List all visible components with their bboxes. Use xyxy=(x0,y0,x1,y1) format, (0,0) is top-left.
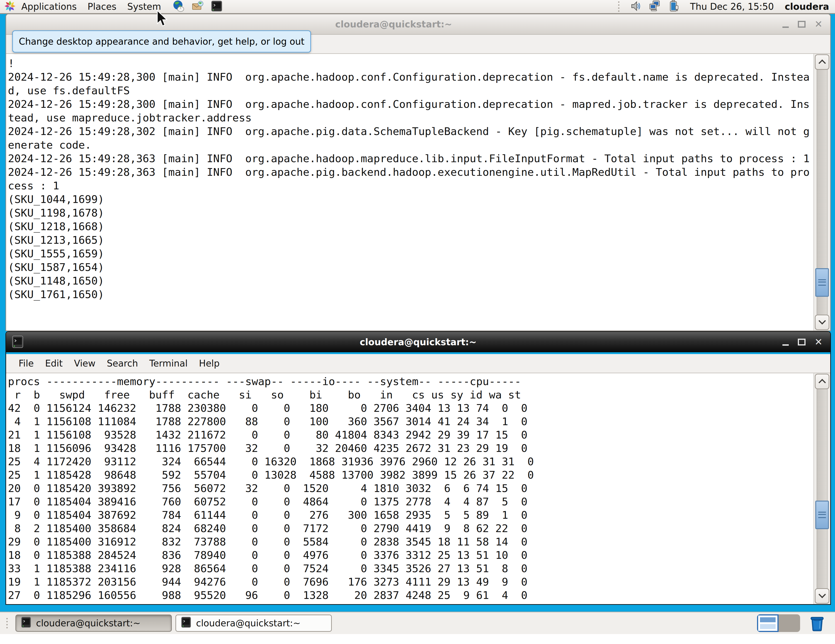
window-title: cloudera@quickstart:~ xyxy=(335,19,452,29)
network-icon[interactable] xyxy=(648,0,661,13)
terminal-line: 27 0 1185296 160556 988 95520 96 0 1328 … xyxy=(8,589,814,602)
menu-applications[interactable]: Applications xyxy=(16,2,82,12)
terminal-output-bottom[interactable]: procs -----------memory---------- ---swa… xyxy=(6,373,814,604)
terminal-window-bottom: cloudera@quickstart:~ ✕ File Edit View S… xyxy=(5,331,831,605)
workspace-window-thumb xyxy=(760,624,776,629)
scrollbar-bottom[interactable] xyxy=(814,373,830,604)
taskbar-button-terminal-1[interactable]: cloudera@quickstart:~ xyxy=(15,615,172,632)
taskbar-button-terminal-2[interactable]: cloudera@quickstart:~ xyxy=(175,615,332,632)
terminal-line: d, use fs.defaultFS xyxy=(8,84,814,97)
close-button[interactable]: ✕ xyxy=(815,19,822,29)
terminal-line: 25 1 1185428 98648 592 55704 0 13028 458… xyxy=(8,468,814,482)
web-browser-icon[interactable] xyxy=(172,0,185,13)
terminal-output-top[interactable]: !2024-12-26 15:49:28,300 [main] INFO org… xyxy=(6,54,814,331)
window-controls: ✕ xyxy=(782,332,822,352)
scrollbar-thumb[interactable] xyxy=(815,501,829,529)
terminal-line: r b swpd free buff cache si so bi bo in … xyxy=(8,388,814,401)
terminal-line: 18 0 1185388 284524 836 78940 0 0 4976 0… xyxy=(8,548,814,562)
terminal-line: 20 0 1185420 393892 756 56072 32 0 1520 … xyxy=(8,482,814,495)
power-icon[interactable] xyxy=(668,0,680,13)
terminal-line: 21 1 1156108 93528 1432 211672 0 0 80 41… xyxy=(8,428,814,441)
terminal-line: 2024-12-26 15:49:28,363 [main] INFO org.… xyxy=(8,165,814,179)
terminal-line: 8 2 1185400 358684 824 68240 0 0 7172 0 … xyxy=(8,522,814,535)
terminal-window-icon xyxy=(181,616,191,630)
terminal-line: 19 1 1185372 203156 944 94276 0 0 7696 1… xyxy=(8,575,814,589)
terminal-launcher-icon[interactable] xyxy=(211,0,223,13)
scroll-up-button[interactable] xyxy=(815,54,829,70)
terminal-menubar-bottom: File Edit View Search Terminal Help xyxy=(6,354,830,373)
terminal-line: (SKU_1218,1668) xyxy=(8,220,814,233)
close-button[interactable]: ✕ xyxy=(815,337,822,347)
maximize-button[interactable] xyxy=(798,21,806,28)
terminal-line: cess : 1 xyxy=(8,179,814,193)
clock[interactable]: Thu Dec 26, 15:50 xyxy=(690,2,774,12)
terminal-line: tead, use mapreduce.jobtracker.address xyxy=(8,111,814,125)
menu-view[interactable]: View xyxy=(68,358,101,368)
terminal-content-bottom: procs -----------memory---------- ---swa… xyxy=(6,373,830,604)
workspace-switcher xyxy=(757,614,800,632)
terminal-line: 4 1 1156108 111084 1788 227800 88 0 100 … xyxy=(8,415,814,428)
terminal-line: enerate code. xyxy=(8,138,814,152)
panel-grip[interactable] xyxy=(618,2,622,12)
chevron-down-icon xyxy=(819,591,826,598)
taskbar-grip[interactable] xyxy=(6,618,10,628)
user-name: cloudera xyxy=(785,2,829,12)
minimize-button[interactable] xyxy=(782,344,789,346)
terminal-line: 17 0 1185404 389416 760 60752 0 0 4864 0… xyxy=(8,495,814,508)
menu-help[interactable]: Help xyxy=(193,358,225,368)
terminal-line: ! xyxy=(8,57,814,70)
terminal-line: 2024-12-26 15:49:28,300 [main] INFO org.… xyxy=(8,70,814,84)
distro-logo-icon[interactable] xyxy=(4,0,16,13)
terminal-window-top: cloudera@quickstart:~ ✕ File Edit View S… xyxy=(5,14,831,331)
workspace-2[interactable] xyxy=(778,614,800,632)
minimize-button[interactable] xyxy=(782,26,789,28)
volume-icon[interactable] xyxy=(630,0,642,13)
workspace-window-thumb xyxy=(760,617,776,622)
terminal-line: procs -----------memory---------- ---swa… xyxy=(8,375,814,388)
terminal-line: (SKU_1148,1650) xyxy=(8,274,814,288)
panel-launchers xyxy=(172,0,223,13)
terminal-line: 33 1 1185388 234116 928 86564 0 0 7524 0… xyxy=(8,562,814,575)
workspace-1-active[interactable] xyxy=(757,614,778,632)
window-title: cloudera@quickstart:~ xyxy=(360,337,476,347)
menu-terminal[interactable]: Terminal xyxy=(144,358,193,368)
terminal-line: 29 0 1185400 316912 832 73788 0 0 5584 0… xyxy=(8,535,814,548)
terminal-line: 2024-12-26 15:49:28,300 [main] INFO org.… xyxy=(8,97,814,111)
chevron-down-icon xyxy=(819,317,826,324)
terminal-line: 25 4 1172420 93112 324 66544 0 16320 186… xyxy=(8,455,814,468)
titlebar-bottom[interactable]: cloudera@quickstart:~ ✕ xyxy=(6,332,830,352)
taskbar: cloudera@quickstart:~ cloudera@quickstar… xyxy=(0,612,835,634)
scroll-down-button[interactable] xyxy=(815,315,829,330)
menu-edit[interactable]: Edit xyxy=(39,358,68,368)
scroll-down-button[interactable] xyxy=(815,588,829,604)
terminal-line: 42 0 1156124 146232 1788 230380 0 0 180 … xyxy=(8,401,814,415)
focused-window-accent xyxy=(6,352,830,354)
menu-places[interactable]: Places xyxy=(82,2,122,12)
terminal-line: 2024-12-26 15:49:28,302 [main] INFO org.… xyxy=(8,125,814,138)
menu-search[interactable]: Search xyxy=(101,358,143,368)
email-icon[interactable] xyxy=(192,0,204,13)
scrollbar-track[interactable] xyxy=(817,69,827,315)
terminal-line: 2024-12-26 15:49:28,363 [main] INFO org.… xyxy=(8,152,814,165)
scroll-up-button[interactable] xyxy=(815,374,829,389)
panel-right: Thu Dec 26, 15:50 cloudera xyxy=(618,0,835,13)
taskbar-button-label: cloudera@quickstart:~ xyxy=(36,618,141,628)
scrollbar-track[interactable] xyxy=(817,389,827,589)
terminal-line: 18 1 1156096 93428 1116 175700 32 0 32 2… xyxy=(8,441,814,455)
chevron-up-icon xyxy=(819,379,826,386)
terminal-content-top: !2024-12-26 15:49:28,300 [main] INFO org… xyxy=(6,54,830,331)
terminal-line: (SKU_1555,1659) xyxy=(8,247,814,261)
system-menu-tooltip: Change desktop appearance and behavior, … xyxy=(12,30,311,53)
trash-icon[interactable] xyxy=(809,615,825,632)
chevron-up-icon xyxy=(819,59,826,67)
scrollbar-thumb[interactable] xyxy=(815,268,829,297)
top-panel: Applications Places System xyxy=(0,0,835,14)
terminal-window-icon xyxy=(12,336,23,349)
menu-file[interactable]: File xyxy=(13,358,39,368)
scrollbar-top[interactable] xyxy=(814,54,830,331)
taskbar-button-label: cloudera@quickstart:~ xyxy=(196,618,301,628)
terminal-line: (SKU_1044,1699) xyxy=(8,193,814,206)
maximize-button[interactable] xyxy=(798,339,806,346)
terminal-line: (SKU_1213,1665) xyxy=(8,233,814,247)
terminal-line: 9 0 1185404 387692 784 61144 0 0 276 300… xyxy=(8,508,814,522)
